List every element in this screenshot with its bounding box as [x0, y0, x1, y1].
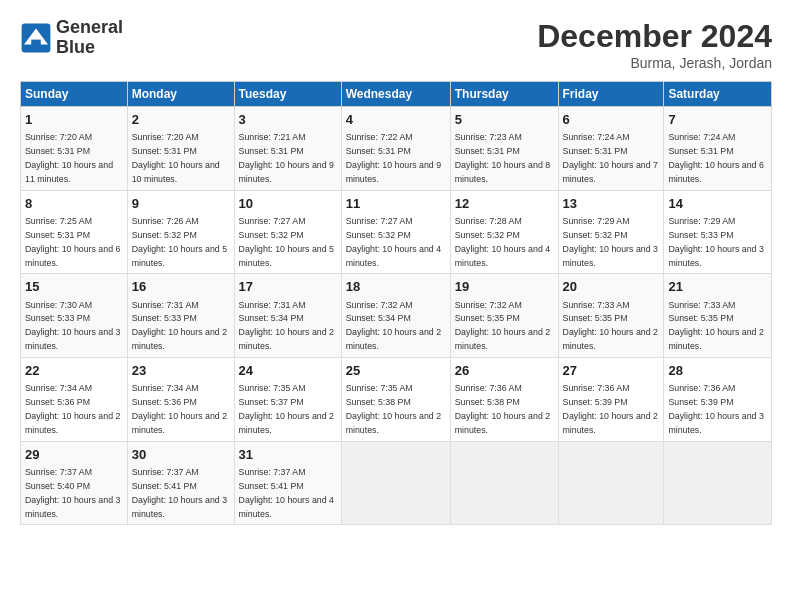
calendar-week-row: 15Sunrise: 7:30 AMSunset: 5:33 PMDayligh…: [21, 274, 772, 358]
calendar-cell: 31Sunrise: 7:37 AMSunset: 5:41 PMDayligh…: [234, 441, 341, 525]
day-info: Sunrise: 7:27 AMSunset: 5:32 PMDaylight:…: [346, 216, 441, 268]
day-number: 1: [25, 111, 123, 129]
col-friday: Friday: [558, 82, 664, 107]
day-number: 15: [25, 278, 123, 296]
calendar-cell: 13Sunrise: 7:29 AMSunset: 5:32 PMDayligh…: [558, 190, 664, 274]
calendar-cell: 30Sunrise: 7:37 AMSunset: 5:41 PMDayligh…: [127, 441, 234, 525]
calendar-cell: [450, 441, 558, 525]
col-saturday: Saturday: [664, 82, 772, 107]
calendar-cell: 19Sunrise: 7:32 AMSunset: 5:35 PMDayligh…: [450, 274, 558, 358]
day-info: Sunrise: 7:30 AMSunset: 5:33 PMDaylight:…: [25, 300, 120, 352]
day-info: Sunrise: 7:36 AMSunset: 5:38 PMDaylight:…: [455, 383, 550, 435]
calendar-cell: [664, 441, 772, 525]
day-number: 4: [346, 111, 446, 129]
day-info: Sunrise: 7:29 AMSunset: 5:33 PMDaylight:…: [668, 216, 763, 268]
col-thursday: Thursday: [450, 82, 558, 107]
logo-text: General Blue: [56, 18, 123, 58]
day-number: 10: [239, 195, 337, 213]
day-info: Sunrise: 7:34 AMSunset: 5:36 PMDaylight:…: [132, 383, 227, 435]
day-info: Sunrise: 7:31 AMSunset: 5:33 PMDaylight:…: [132, 300, 227, 352]
calendar-week-row: 22Sunrise: 7:34 AMSunset: 5:36 PMDayligh…: [21, 358, 772, 442]
day-info: Sunrise: 7:25 AMSunset: 5:31 PMDaylight:…: [25, 216, 120, 268]
calendar-cell: 2Sunrise: 7:20 AMSunset: 5:31 PMDaylight…: [127, 107, 234, 191]
day-info: Sunrise: 7:31 AMSunset: 5:34 PMDaylight:…: [239, 300, 334, 352]
day-number: 7: [668, 111, 767, 129]
day-number: 17: [239, 278, 337, 296]
calendar-week-row: 8Sunrise: 7:25 AMSunset: 5:31 PMDaylight…: [21, 190, 772, 274]
calendar-cell: 10Sunrise: 7:27 AMSunset: 5:32 PMDayligh…: [234, 190, 341, 274]
day-info: Sunrise: 7:23 AMSunset: 5:31 PMDaylight:…: [455, 132, 550, 184]
day-info: Sunrise: 7:28 AMSunset: 5:32 PMDaylight:…: [455, 216, 550, 268]
header-row: Sunday Monday Tuesday Wednesday Thursday…: [21, 82, 772, 107]
calendar-cell: 22Sunrise: 7:34 AMSunset: 5:36 PMDayligh…: [21, 358, 128, 442]
calendar-cell: 29Sunrise: 7:37 AMSunset: 5:40 PMDayligh…: [21, 441, 128, 525]
day-number: 14: [668, 195, 767, 213]
calendar-cell: 15Sunrise: 7:30 AMSunset: 5:33 PMDayligh…: [21, 274, 128, 358]
calendar-cell: 6Sunrise: 7:24 AMSunset: 5:31 PMDaylight…: [558, 107, 664, 191]
day-number: 28: [668, 362, 767, 380]
calendar-cell: 20Sunrise: 7:33 AMSunset: 5:35 PMDayligh…: [558, 274, 664, 358]
calendar-table: Sunday Monday Tuesday Wednesday Thursday…: [20, 81, 772, 525]
day-number: 22: [25, 362, 123, 380]
day-info: Sunrise: 7:35 AMSunset: 5:38 PMDaylight:…: [346, 383, 441, 435]
day-info: Sunrise: 7:33 AMSunset: 5:35 PMDaylight:…: [668, 300, 763, 352]
day-number: 18: [346, 278, 446, 296]
day-number: 20: [563, 278, 660, 296]
day-info: Sunrise: 7:29 AMSunset: 5:32 PMDaylight:…: [563, 216, 658, 268]
calendar-cell: 27Sunrise: 7:36 AMSunset: 5:39 PMDayligh…: [558, 358, 664, 442]
calendar-cell: 4Sunrise: 7:22 AMSunset: 5:31 PMDaylight…: [341, 107, 450, 191]
day-info: Sunrise: 7:36 AMSunset: 5:39 PMDaylight:…: [563, 383, 658, 435]
day-number: 23: [132, 362, 230, 380]
day-number: 5: [455, 111, 554, 129]
calendar-cell: [558, 441, 664, 525]
day-info: Sunrise: 7:34 AMSunset: 5:36 PMDaylight:…: [25, 383, 120, 435]
month-title: December 2024: [537, 18, 772, 55]
calendar-body: 1Sunrise: 7:20 AMSunset: 5:31 PMDaylight…: [21, 107, 772, 525]
day-number: 27: [563, 362, 660, 380]
day-number: 13: [563, 195, 660, 213]
day-number: 31: [239, 446, 337, 464]
logo-line1: General: [56, 17, 123, 37]
calendar-cell: 12Sunrise: 7:28 AMSunset: 5:32 PMDayligh…: [450, 190, 558, 274]
calendar-week-row: 29Sunrise: 7:37 AMSunset: 5:40 PMDayligh…: [21, 441, 772, 525]
day-info: Sunrise: 7:37 AMSunset: 5:41 PMDaylight:…: [239, 467, 334, 519]
day-info: Sunrise: 7:22 AMSunset: 5:31 PMDaylight:…: [346, 132, 441, 184]
day-info: Sunrise: 7:20 AMSunset: 5:31 PMDaylight:…: [25, 132, 113, 184]
day-number: 16: [132, 278, 230, 296]
col-wednesday: Wednesday: [341, 82, 450, 107]
day-number: 29: [25, 446, 123, 464]
day-info: Sunrise: 7:24 AMSunset: 5:31 PMDaylight:…: [563, 132, 658, 184]
day-info: Sunrise: 7:32 AMSunset: 5:35 PMDaylight:…: [455, 300, 550, 352]
col-tuesday: Tuesday: [234, 82, 341, 107]
calendar-cell: 9Sunrise: 7:26 AMSunset: 5:32 PMDaylight…: [127, 190, 234, 274]
col-sunday: Sunday: [21, 82, 128, 107]
day-number: 21: [668, 278, 767, 296]
calendar-cell: 26Sunrise: 7:36 AMSunset: 5:38 PMDayligh…: [450, 358, 558, 442]
day-number: 24: [239, 362, 337, 380]
day-info: Sunrise: 7:21 AMSunset: 5:31 PMDaylight:…: [239, 132, 334, 184]
calendar-cell: 16Sunrise: 7:31 AMSunset: 5:33 PMDayligh…: [127, 274, 234, 358]
day-info: Sunrise: 7:26 AMSunset: 5:32 PMDaylight:…: [132, 216, 227, 268]
day-info: Sunrise: 7:24 AMSunset: 5:31 PMDaylight:…: [668, 132, 763, 184]
day-number: 9: [132, 195, 230, 213]
calendar-cell: 8Sunrise: 7:25 AMSunset: 5:31 PMDaylight…: [21, 190, 128, 274]
day-info: Sunrise: 7:33 AMSunset: 5:35 PMDaylight:…: [563, 300, 658, 352]
calendar-cell: [341, 441, 450, 525]
day-number: 26: [455, 362, 554, 380]
calendar-cell: 17Sunrise: 7:31 AMSunset: 5:34 PMDayligh…: [234, 274, 341, 358]
day-info: Sunrise: 7:20 AMSunset: 5:31 PMDaylight:…: [132, 132, 220, 184]
page-header: General Blue December 2024 Burma, Jerash…: [20, 18, 772, 71]
calendar-cell: 1Sunrise: 7:20 AMSunset: 5:31 PMDaylight…: [21, 107, 128, 191]
calendar-cell: 21Sunrise: 7:33 AMSunset: 5:35 PMDayligh…: [664, 274, 772, 358]
calendar-cell: 5Sunrise: 7:23 AMSunset: 5:31 PMDaylight…: [450, 107, 558, 191]
day-number: 8: [25, 195, 123, 213]
calendar-cell: 18Sunrise: 7:32 AMSunset: 5:34 PMDayligh…: [341, 274, 450, 358]
logo-line2: Blue: [56, 37, 95, 57]
page-container: General Blue December 2024 Burma, Jerash…: [0, 0, 792, 612]
day-number: 12: [455, 195, 554, 213]
day-info: Sunrise: 7:27 AMSunset: 5:32 PMDaylight:…: [239, 216, 334, 268]
day-number: 11: [346, 195, 446, 213]
day-number: 2: [132, 111, 230, 129]
location-subtitle: Burma, Jerash, Jordan: [537, 55, 772, 71]
day-number: 19: [455, 278, 554, 296]
